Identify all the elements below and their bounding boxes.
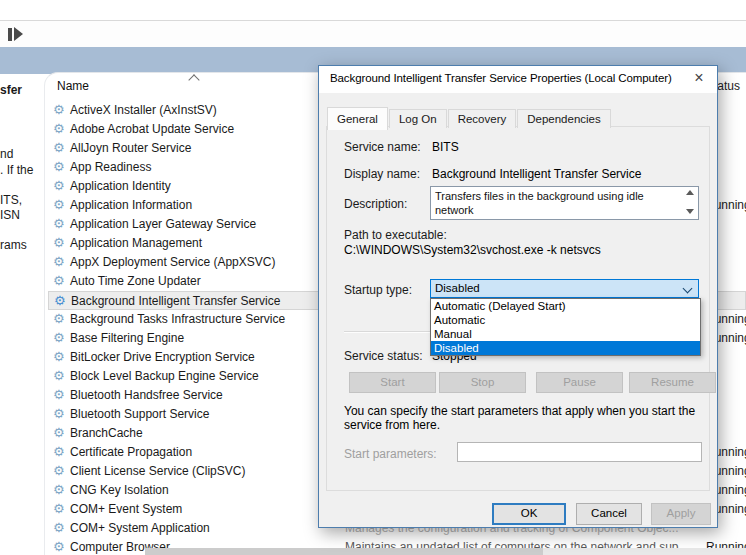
service-name: Application Management xyxy=(70,236,202,250)
dropdown-option[interactable]: Automatic (Delayed Start) xyxy=(431,299,700,313)
resume-service-icon[interactable] xyxy=(8,27,23,41)
start-parameters-label: Start parameters: xyxy=(344,447,437,461)
display-name-label: Display name: xyxy=(344,167,420,181)
description-scrollbar[interactable] xyxy=(686,190,696,218)
dropdown-option[interactable]: Automatic xyxy=(431,313,700,327)
service-gear-icon: ⚙ xyxy=(53,426,65,440)
dialog-tabs: GeneralLog OnRecoveryDependencies xyxy=(327,107,612,128)
service-name-value: BITS xyxy=(432,140,459,154)
service-name: Block Level Backup Engine Service xyxy=(70,369,259,383)
startup-type-label: Startup type: xyxy=(344,283,412,297)
service-gear-icon: ⚙ xyxy=(53,521,65,535)
service-gear-icon: ⚙ xyxy=(53,198,65,212)
apply-button[interactable]: Apply xyxy=(651,503,711,525)
service-name: Base Filtering Engine xyxy=(70,331,184,345)
startup-type-combobox[interactable]: Disabled xyxy=(430,279,699,298)
start-parameters-input[interactable] xyxy=(457,442,702,462)
service-gear-icon: ⚙ xyxy=(53,103,65,117)
service-name: App Readiness xyxy=(70,160,151,174)
start-service-button[interactable]: Start xyxy=(349,372,436,393)
tab-recovery[interactable]: Recovery xyxy=(448,109,517,128)
extended-pane-text-fragment: ITS, xyxy=(0,193,22,207)
dialog-titlebar[interactable]: Background Intelligent Transfer Service … xyxy=(319,66,717,93)
stop-service-button[interactable]: Stop xyxy=(439,372,526,393)
description-label: Description: xyxy=(344,197,407,211)
service-gear-icon: ⚙ xyxy=(53,407,65,421)
dialog-title: Background Intelligent Transfer Service … xyxy=(330,72,672,84)
extended-pane-text-fragment: ISN xyxy=(0,208,20,222)
scrollbar-thumb[interactable] xyxy=(145,548,543,555)
service-gear-icon: ⚙ xyxy=(53,445,65,459)
pause-bar-icon xyxy=(8,28,12,41)
extended-pane-text-fragment: rams xyxy=(0,238,27,252)
display-name-value: Background Intelligent Transfer Service xyxy=(432,167,641,181)
startup-type-value: Disabled xyxy=(435,282,480,294)
service-name: Client License Service (ClipSVC) xyxy=(70,464,245,478)
service-name: Background Intelligent Transfer Service xyxy=(71,294,280,308)
service-name: COM+ System Application xyxy=(70,521,210,535)
tab-dependencies[interactable]: Dependencies xyxy=(517,109,611,128)
ok-button[interactable]: OK xyxy=(492,503,566,525)
scroll-up-icon[interactable] xyxy=(686,190,694,195)
service-gear-icon: ⚙ xyxy=(53,141,65,155)
service-gear-icon: ⚙ xyxy=(53,274,65,288)
service-gear-icon: ⚙ xyxy=(53,331,65,345)
service-gear-icon: ⚙ xyxy=(53,236,65,250)
service-name: Application Information xyxy=(70,198,192,212)
service-gear-icon: ⚙ xyxy=(53,350,65,364)
service-name-label: Service name: xyxy=(344,140,421,154)
extended-pane-text-fragment: sfer xyxy=(0,83,22,97)
description-line2: bandwidth. If the service is disabled, t… xyxy=(435,217,682,220)
service-name: Application Identity xyxy=(70,179,171,193)
service-gear-icon: ⚙ xyxy=(53,217,65,231)
chevron-down-icon xyxy=(683,284,693,294)
service-name: AllJoyn Router Service xyxy=(70,141,191,155)
service-gear-icon: ⚙ xyxy=(53,540,65,554)
service-name: Bluetooth Support Service xyxy=(70,407,209,421)
service-name: Certificate Propagation xyxy=(70,445,192,459)
general-tab-page: Service name: BITS Display name: Backgro… xyxy=(326,126,710,491)
service-name: Background Tasks Infrastructure Service xyxy=(70,312,285,326)
description-box[interactable]: Transfers files in the background using … xyxy=(430,186,699,220)
service-name: Adobe Acrobat Update Service xyxy=(70,122,234,136)
column-header-name[interactable]: Name xyxy=(57,79,89,93)
service-gear-icon: ⚙ xyxy=(53,483,65,497)
service-gear-icon: ⚙ xyxy=(53,122,65,136)
service-name: ActiveX Installer (AxInstSV) xyxy=(70,103,217,117)
service-gear-icon: ⚙ xyxy=(53,160,65,174)
service-gear-icon: ⚙ xyxy=(53,255,65,269)
service-name: Application Layer Gateway Service xyxy=(70,217,256,231)
startup-type-dropdown: Automatic (Delayed Start)AutomaticManual… xyxy=(430,298,701,356)
toolbar xyxy=(0,20,746,48)
service-gear-icon: ⚙ xyxy=(53,502,65,516)
service-name: Bluetooth Handsfree Service xyxy=(70,388,223,402)
service-gear-icon: ⚙ xyxy=(53,388,65,402)
service-name: BranchCache xyxy=(70,426,143,440)
close-icon[interactable]: × xyxy=(685,67,713,90)
horizontal-scrollbar[interactable] xyxy=(145,548,746,555)
scroll-down-icon[interactable] xyxy=(686,209,694,214)
service-gear-icon: ⚙ xyxy=(53,312,65,326)
service-name: Auto Time Zone Updater xyxy=(70,274,201,288)
tab-log-on[interactable]: Log On xyxy=(389,109,447,128)
play-triangle-icon xyxy=(14,27,23,41)
tab-general[interactable]: General xyxy=(327,107,388,130)
extended-pane-text-fragment: nd xyxy=(0,147,13,161)
service-name: COM+ Event System xyxy=(70,502,182,516)
service-name: AppX Deployment Service (AppXSVC) xyxy=(70,255,275,269)
service-gear-icon: ⚙ xyxy=(53,464,65,478)
description-line1: Transfers files in the background using … xyxy=(435,189,682,217)
start-parameters-note: You can specify the start parameters tha… xyxy=(344,404,702,432)
services-window: sfernd. If theITS,ISNrams Name Status ⚙A… xyxy=(0,0,746,555)
pause-service-button[interactable]: Pause xyxy=(536,372,623,393)
service-name: BitLocker Drive Encryption Service xyxy=(70,350,255,364)
service-gear-icon: ⚙ xyxy=(53,179,65,193)
path-label: Path to executable: xyxy=(344,228,447,242)
dropdown-option[interactable]: Manual xyxy=(431,327,700,341)
dropdown-option[interactable]: Disabled xyxy=(431,341,700,355)
cancel-button[interactable]: Cancel xyxy=(576,503,642,525)
resume-service-button[interactable]: Resume xyxy=(629,372,716,393)
service-gear-icon: ⚙ xyxy=(53,369,65,383)
extended-pane-text-fragment: . If the xyxy=(0,163,33,177)
service-status-label: Service status: xyxy=(344,349,423,363)
